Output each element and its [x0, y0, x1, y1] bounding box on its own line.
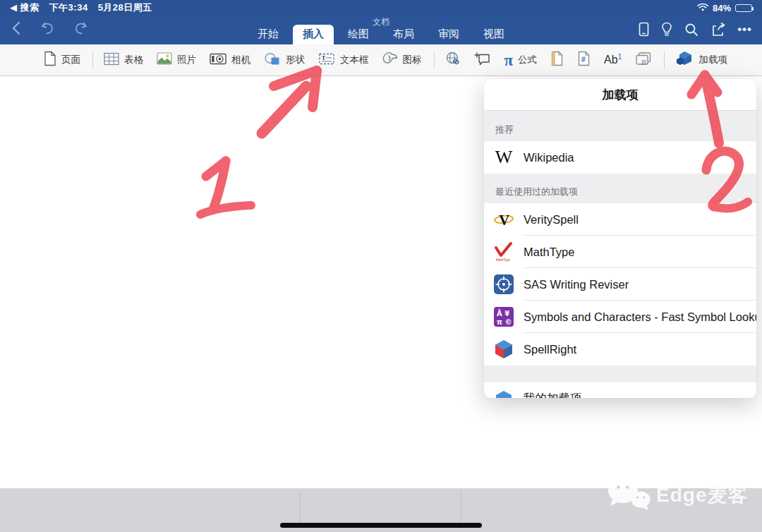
footnote-icon: Ab1: [604, 53, 622, 66]
wikipedia-icon: W: [493, 147, 514, 168]
svg-text:T: T: [322, 54, 326, 61]
insert-icons-button[interactable]: 图标: [382, 52, 422, 68]
dock-divider: [300, 492, 301, 524]
page-number-icon: #: [577, 51, 591, 69]
mathtype-icon: MathType: [493, 241, 514, 262]
addin-row-wikipedia[interactable]: W Wikipedia: [484, 141, 756, 174]
blank-page-icon: [550, 51, 564, 69]
tab-review[interactable]: 审阅: [428, 25, 469, 44]
insert-textbox-button[interactable]: T 文本框: [318, 52, 369, 68]
insert-footnote-button[interactable]: Ab1: [604, 53, 622, 66]
battery-icon: [735, 4, 752, 12]
insert-link-button[interactable]: [445, 51, 461, 69]
svg-text:π ©: π ©: [497, 318, 512, 326]
section-recommended: 推荐: [484, 111, 756, 141]
shapes-icon: [264, 52, 281, 68]
insert-addins-button[interactable]: 加载项: [675, 50, 727, 70]
clock: 下午3:34: [49, 1, 88, 14]
insert-shapes-button[interactable]: 形状: [264, 52, 305, 68]
addins-panel: 加载项 推荐 W Wikipedia 最近使用过的加载项 V VeritySpe…: [484, 79, 756, 398]
insert-table-button[interactable]: 表格: [104, 52, 143, 68]
addin-row-symbols-and-characters[interactable]: Ä ¥π © Symbols and Characters - Fast Sym…: [484, 301, 756, 333]
insert-blank-page-button[interactable]: [550, 51, 564, 69]
photo-icon: [157, 52, 172, 68]
insert-page-number-button[interactable]: #: [577, 51, 591, 69]
symbols-and-characters-icon: Ä ¥π ©: [493, 306, 514, 327]
tab-draw[interactable]: 绘图: [338, 25, 379, 44]
dove-icon: [382, 52, 398, 68]
screen: ◀ 搜索 下午3:34 5月28日周五 84% 文档 开始: [0, 0, 762, 532]
insert-citation-button[interactable]: [i]: [635, 52, 652, 69]
section-recent-addins: 最近使用过的加载项: [484, 174, 756, 203]
pi-icon: π: [504, 52, 514, 68]
lightbulb-icon[interactable]: [661, 22, 672, 37]
verityspell-icon: V: [493, 209, 514, 230]
addin-row-mathtype[interactable]: MathType MathType: [484, 236, 756, 268]
camera-icon: [210, 52, 226, 68]
tab-layout[interactable]: 布局: [383, 25, 424, 44]
svg-text:[i]: [i]: [642, 58, 646, 64]
home-indicator[interactable]: [280, 523, 482, 528]
svg-text:#: #: [581, 56, 586, 64]
back-to-search-link[interactable]: ◀ 搜索: [10, 1, 40, 14]
page-icon: [44, 51, 56, 69]
insert-formula-button[interactable]: π 公式: [504, 52, 538, 68]
share-icon[interactable]: [710, 23, 725, 37]
tab-home[interactable]: 开始: [248, 25, 289, 44]
textbox-icon: T: [318, 52, 335, 68]
wifi-icon: [697, 3, 708, 13]
title-bar: 文档 开始 插入 绘图 布局 审阅 视图: [0, 16, 762, 44]
citation-pages-icon: [i]: [635, 52, 652, 69]
dock-divider: [461, 492, 461, 524]
status-bar: ◀ 搜索 下午3:34 5月28日周五 84%: [0, 0, 762, 16]
mobile-view-icon[interactable]: [639, 22, 649, 37]
my-addins-icon: [493, 388, 514, 398]
insert-photo-button[interactable]: 照片: [157, 52, 196, 68]
svg-text:V: V: [499, 212, 509, 229]
addin-row-my-addins[interactable]: 我的加载项: [484, 382, 756, 398]
hyperlink-globe-icon: [445, 51, 461, 69]
sas-writing-reviser-icon: [493, 274, 514, 295]
battery-percent: 84%: [713, 3, 731, 13]
svg-text:Ä ¥: Ä ¥: [497, 308, 509, 318]
search-icon[interactable]: [684, 23, 698, 37]
more-options-icon[interactable]: •••: [737, 23, 752, 37]
addin-row-verityspell[interactable]: V VeritySpell: [484, 203, 756, 236]
tab-insert[interactable]: 插入: [293, 25, 334, 44]
insert-ribbon: 页面 表格 照片 相机 形状: [0, 44, 762, 76]
new-comment-icon: [474, 52, 491, 69]
addin-row-sas-writing-reviser[interactable]: SAS Writing Reviser: [484, 268, 756, 301]
date: 5月28日周五: [98, 1, 152, 14]
tab-view[interactable]: 视图: [473, 25, 514, 44]
svg-text:MathType: MathType: [496, 258, 511, 262]
addins-panel-title: 加载项: [484, 79, 756, 111]
spellright-icon: [493, 339, 514, 360]
table-icon: [104, 52, 119, 68]
insert-camera-button[interactable]: 相机: [210, 52, 250, 68]
insert-page-button[interactable]: 页面: [44, 51, 80, 69]
insert-comment-button[interactable]: [474, 52, 491, 69]
addin-row-spellright[interactable]: SpellRight: [484, 333, 756, 365]
addins-cube-icon: [675, 50, 694, 70]
section-gap: [484, 365, 756, 382]
